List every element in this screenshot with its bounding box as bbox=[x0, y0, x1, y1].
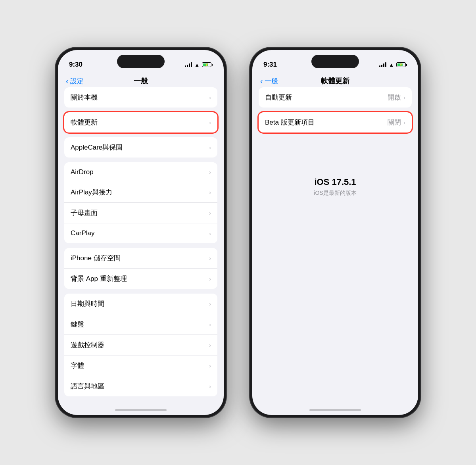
label-beta-update: Beta 版更新項目 bbox=[265, 118, 315, 127]
list-item-language[interactable]: 語言與地區 › bbox=[64, 376, 217, 396]
phone-2: 9:31 ▲ ⚡ ‹ 一般 軟體更新 bbox=[250, 48, 420, 417]
list-item-storage[interactable]: iPhone 儲存空間 › bbox=[64, 248, 217, 269]
list-item-software-update[interactable]: 軟體更新 › bbox=[64, 112, 217, 133]
label-pip: 子母畫面 bbox=[71, 208, 98, 217]
nav-title-1: 一般 bbox=[134, 76, 148, 86]
list-item-bg-refresh[interactable]: 背景 App 重新整理 › bbox=[64, 269, 217, 289]
list-item-applecare[interactable]: AppleCare與保固 › bbox=[64, 137, 217, 158]
list-item-keyboard[interactable]: 鍵盤 › bbox=[64, 314, 217, 335]
chevron-auto-update: › bbox=[403, 94, 405, 101]
list-item-airdrop[interactable]: AirDrop › bbox=[64, 162, 217, 182]
ios-info: iOS 17.5.1 iOS是最新的版本 bbox=[252, 161, 418, 213]
value-auto-update: 開啟 bbox=[388, 93, 401, 102]
section-about: 關於本機 › bbox=[64, 87, 217, 108]
list-item-pip[interactable]: 子母畫面 › bbox=[64, 203, 217, 223]
label-datetime: 日期與時間 bbox=[71, 299, 104, 308]
label-auto-update: 自動更新 bbox=[265, 93, 292, 102]
list-item-gamecontroller[interactable]: 遊戲控制器 › bbox=[64, 335, 217, 355]
list-item-beta-update[interactable]: Beta 版更新項目 關閉 › bbox=[259, 112, 412, 133]
chevron-software-update: › bbox=[209, 119, 211, 126]
chevron-carplay: › bbox=[209, 230, 211, 237]
section-auto-update: 自動更新 開啟 › bbox=[259, 87, 412, 108]
label-airplay: AirPlay與接力 bbox=[71, 188, 112, 197]
section-storage-group: iPhone 儲存空間 › 背景 App 重新整理 › bbox=[64, 248, 217, 289]
wifi-icon-2: ▲ bbox=[389, 62, 394, 68]
section-system-group: 日期與時間 › 鍵盤 › 遊戲控制器 › bbox=[64, 294, 217, 396]
back-button-1[interactable]: ‹ 設定 bbox=[66, 77, 84, 86]
section-software-update: 軟體更新 › bbox=[64, 112, 217, 133]
label-language: 語言與地區 bbox=[71, 382, 104, 391]
label-airdrop: AirDrop bbox=[71, 168, 94, 176]
chevron-beta-update: › bbox=[403, 119, 405, 126]
label-keyboard: 鍵盤 bbox=[71, 320, 84, 329]
list-item-airplay[interactable]: AirPlay與接力 › bbox=[64, 182, 217, 203]
label-bg-refresh: 背景 App 重新整理 bbox=[71, 274, 127, 283]
nav-bar-1: ‹ 設定 一般 bbox=[58, 73, 224, 87]
section-beta-update: Beta 版更新項目 關閉 › bbox=[259, 112, 412, 133]
chevron-keyboard: › bbox=[209, 321, 211, 328]
back-label-1: 設定 bbox=[70, 77, 84, 86]
chevron-airdrop: › bbox=[209, 169, 211, 175]
ios-subtitle: iOS是最新的版本 bbox=[314, 190, 356, 197]
wifi-icon-1: ▲ bbox=[194, 62, 200, 68]
label-fonts: 字體 bbox=[71, 361, 84, 370]
back-chevron-icon-2: ‹ bbox=[260, 77, 263, 85]
nav-title-2: 軟體更新 bbox=[321, 76, 349, 86]
signal-icon-2 bbox=[379, 62, 386, 67]
settings-list-1: 關於本機 › 軟體更新 › AppleCare與保固 bbox=[58, 87, 224, 401]
chevron-pip: › bbox=[209, 209, 211, 216]
status-icons-1: ▲ ⚡ bbox=[185, 62, 213, 68]
chevron-gamecontroller: › bbox=[209, 342, 211, 348]
chevron-language: › bbox=[209, 383, 211, 390]
home-indicator-2 bbox=[309, 409, 361, 411]
home-indicator-1 bbox=[115, 409, 167, 411]
dynamic-island-1 bbox=[117, 55, 165, 68]
label-about: 關於本機 bbox=[71, 93, 98, 102]
battery-icon-1: ⚡ bbox=[202, 62, 213, 67]
status-icons-2: ▲ ⚡ bbox=[379, 62, 407, 68]
list-item-datetime[interactable]: 日期與時間 › bbox=[64, 294, 217, 314]
time-2: 9:31 bbox=[263, 61, 277, 69]
chevron-storage: › bbox=[209, 255, 211, 261]
label-software-update: 軟體更新 bbox=[71, 118, 98, 127]
section-applecare: AppleCare與保固 › bbox=[64, 137, 217, 158]
back-chevron-icon-1: ‹ bbox=[66, 77, 69, 85]
battery-icon-2: ⚡ bbox=[396, 62, 407, 67]
list-item-carplay[interactable]: CarPlay › bbox=[64, 223, 217, 243]
signal-icon-1 bbox=[185, 62, 192, 67]
back-label-2: 一般 bbox=[265, 77, 278, 86]
chevron-fonts: › bbox=[209, 362, 211, 369]
ios-version: iOS 17.5.1 bbox=[314, 177, 356, 187]
chevron-airplay: › bbox=[209, 189, 211, 196]
section-airdrop-group: AirDrop › AirPlay與接力 › 子母畫面 › bbox=[64, 162, 217, 243]
chevron-applecare: › bbox=[209, 144, 211, 151]
list-item-about[interactable]: 關於本機 › bbox=[64, 87, 217, 108]
chevron-bg-refresh: › bbox=[209, 275, 211, 282]
phone-1: 9:30 ▲ ⚡ ‹ 設定 一般 bbox=[56, 48, 226, 417]
list-item-fonts[interactable]: 字體 › bbox=[64, 355, 217, 376]
label-carplay: CarPlay bbox=[71, 229, 94, 237]
chevron-datetime: › bbox=[209, 300, 211, 307]
time-1: 9:30 bbox=[69, 61, 83, 69]
back-button-2[interactable]: ‹ 一般 bbox=[260, 77, 278, 86]
list-item-auto-update[interactable]: 自動更新 開啟 › bbox=[259, 87, 412, 108]
value-beta-update: 關閉 bbox=[388, 118, 401, 127]
label-applecare: AppleCare與保固 bbox=[71, 143, 123, 152]
nav-bar-2: ‹ 一般 軟體更新 bbox=[252, 73, 418, 87]
settings-list-2: 自動更新 開啟 › Beta 版更新項目 關閉 › bbox=[252, 87, 418, 137]
chevron-about: › bbox=[209, 94, 211, 101]
label-gamecontroller: 遊戲控制器 bbox=[71, 340, 104, 350]
label-storage: iPhone 儲存空間 bbox=[71, 254, 121, 263]
dynamic-island-2 bbox=[311, 55, 359, 68]
